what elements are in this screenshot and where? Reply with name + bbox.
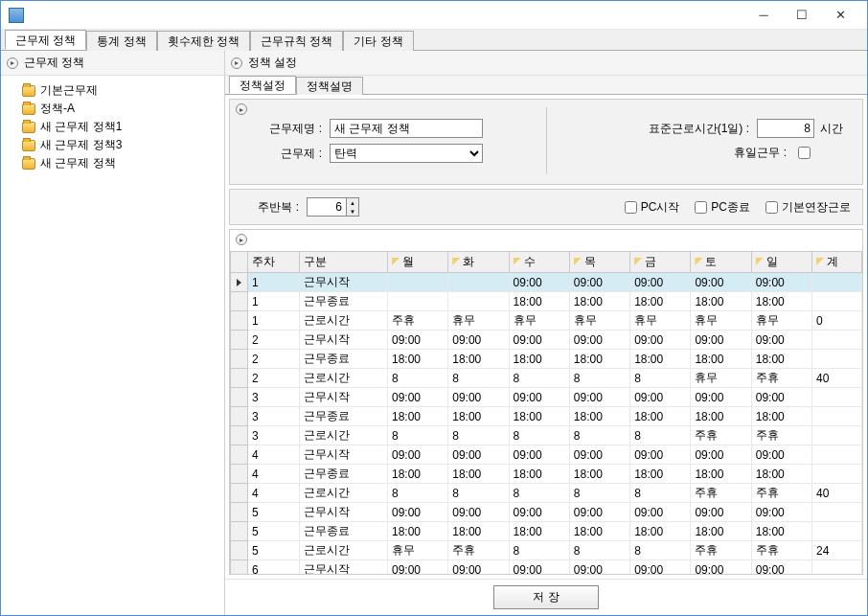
cell[interactable]: 1 (248, 292, 300, 311)
holiday-checkbox[interactable] (798, 147, 811, 159)
cell[interactable] (231, 522, 248, 541)
table-row[interactable]: 1근무종료18:0018:0018:0018:0018:00 (231, 292, 862, 311)
pc-end-checkbox[interactable]: PC종료 (691, 198, 750, 217)
cell[interactable] (387, 292, 447, 311)
table-row[interactable]: 2근무종료18:0018:0018:0018:0018:0018:0018:00 (231, 350, 862, 369)
pc-start-checkbox[interactable]: PC시작 (621, 198, 680, 217)
cell[interactable] (812, 445, 862, 465)
table-row[interactable]: 5근무시작09:0009:0009:0009:0009:0009:0009:00 (231, 503, 862, 522)
column-header[interactable]: 화 (448, 252, 509, 273)
maximize-button[interactable]: ☐ (783, 2, 821, 29)
cell[interactable]: 4 (248, 445, 300, 465)
cell[interactable]: 근무종료 (299, 350, 387, 369)
cell[interactable] (231, 541, 248, 560)
cell[interactable]: 18:00 (630, 407, 691, 426)
sub-tab[interactable]: 정책설명 (296, 77, 363, 95)
column-header[interactable]: 토 (691, 252, 751, 273)
cell[interactable]: 근무시작 (299, 331, 387, 350)
cell[interactable]: 18:00 (691, 407, 751, 426)
cell[interactable]: 주휴 (751, 426, 811, 445)
cell[interactable] (812, 292, 862, 311)
cell[interactable]: 5 (248, 503, 300, 522)
table-row[interactable]: 2근로시간88888휴무주휴40 (231, 369, 862, 388)
week-repeat-spinner[interactable]: ▲▼ (307, 197, 359, 217)
table-row[interactable]: 1근무시작09:0009:0009:0009:0009:00 (231, 273, 862, 292)
cell[interactable]: 4 (248, 465, 300, 484)
cell[interactable]: 09:00 (691, 388, 751, 407)
cell[interactable]: 18:00 (448, 465, 509, 484)
cell[interactable]: 18:00 (387, 522, 447, 541)
minimize-button[interactable]: ─ (744, 2, 783, 29)
cell[interactable]: 2 (248, 331, 300, 350)
cell[interactable]: 근로시간 (299, 311, 387, 331)
close-button[interactable]: ✕ (821, 2, 859, 29)
cell[interactable]: 09:00 (569, 445, 629, 465)
cell[interactable]: 주휴 (691, 541, 751, 560)
cell[interactable]: 8 (509, 484, 569, 503)
cell[interactable]: 18:00 (509, 350, 569, 369)
cell[interactable]: 1 (248, 273, 300, 292)
cell[interactable]: 휴무 (751, 311, 811, 331)
cell[interactable]: 8 (509, 426, 569, 445)
cell[interactable] (231, 465, 248, 484)
cell[interactable]: 8 (569, 369, 629, 388)
cell[interactable]: 5 (248, 541, 300, 560)
cell[interactable] (231, 445, 248, 465)
cell[interactable]: 8 (509, 369, 569, 388)
cell[interactable]: 18:00 (751, 465, 811, 484)
cell[interactable]: 09:00 (448, 445, 509, 465)
cell[interactable] (812, 503, 862, 522)
cell[interactable]: 18:00 (448, 407, 509, 426)
cell[interactable]: 근무종료 (299, 465, 387, 484)
sub-tab[interactable]: 정책설정 (229, 76, 296, 94)
cell[interactable]: 09:00 (569, 560, 629, 575)
cell[interactable]: 09:00 (630, 445, 691, 465)
cell[interactable]: 휴무 (448, 311, 509, 331)
cell[interactable]: 8 (569, 426, 629, 445)
cell[interactable]: 8 (448, 484, 509, 503)
main-tab[interactable]: 근무제 정책 (5, 30, 86, 50)
cell[interactable]: 휴무 (691, 369, 751, 388)
table-row[interactable]: 1근로시간주휴휴무휴무휴무휴무휴무휴무0 (231, 311, 862, 331)
cell[interactable]: 휴무 (691, 311, 751, 331)
cell[interactable] (812, 350, 862, 369)
cell[interactable]: 24 (812, 541, 862, 560)
table-row[interactable]: 3근무시작09:0009:0009:0009:0009:0009:0009:00 (231, 388, 862, 407)
cell[interactable]: 근무시작 (299, 273, 387, 292)
cell[interactable]: 18:00 (691, 350, 751, 369)
column-header[interactable]: 수 (509, 252, 569, 273)
cell[interactable]: 09:00 (691, 331, 751, 350)
cell[interactable]: 근로시간 (299, 426, 387, 445)
cell[interactable]: 09:00 (691, 273, 751, 292)
cell[interactable] (231, 388, 248, 407)
spinner-up-icon[interactable]: ▲ (347, 198, 358, 207)
tree-item[interactable]: 새 근무제 정책 (5, 154, 220, 172)
cell[interactable]: 09:00 (509, 560, 569, 575)
cell[interactable]: 09:00 (569, 388, 629, 407)
cell[interactable] (231, 426, 248, 445)
cell[interactable]: 09:00 (569, 331, 629, 350)
cell[interactable]: 18:00 (569, 350, 629, 369)
cell[interactable]: 근무시작 (299, 560, 387, 575)
table-row[interactable]: 5근무종료18:0018:0018:0018:0018:0018:0018:00 (231, 522, 862, 541)
cell[interactable] (231, 311, 248, 331)
cell[interactable]: 18:00 (569, 292, 629, 311)
cell[interactable]: 주휴 (751, 484, 811, 503)
cell[interactable]: 0 (812, 311, 862, 331)
cell[interactable]: 2 (248, 369, 300, 388)
cell[interactable]: 18:00 (509, 522, 569, 541)
cell[interactable]: 09:00 (387, 503, 447, 522)
cell[interactable]: 09:00 (691, 560, 751, 575)
column-header[interactable]: 월 (387, 252, 447, 273)
cell[interactable]: 09:00 (630, 560, 691, 575)
tree-item[interactable]: 정책-A (5, 100, 220, 118)
cell[interactable]: 8 (569, 541, 629, 560)
base-overtime-checkbox[interactable]: 기본연장근로 (762, 198, 851, 217)
column-header[interactable]: 계 (812, 252, 862, 273)
cell[interactable]: 8 (387, 426, 447, 445)
spinner-down-icon[interactable]: ▼ (347, 207, 358, 216)
cell[interactable]: 09:00 (448, 503, 509, 522)
cell[interactable]: 09:00 (630, 273, 691, 292)
tree-item[interactable]: 새 근무제 정책1 (5, 118, 220, 136)
cell[interactable]: 09:00 (387, 331, 447, 350)
